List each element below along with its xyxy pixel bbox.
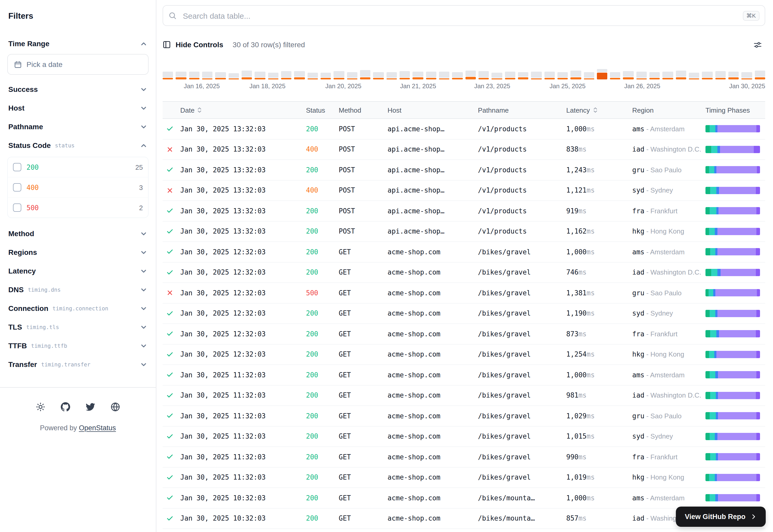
timeline-bar[interactable]: [570, 71, 581, 79]
timeline-bar[interactable]: [360, 70, 371, 79]
timeline-bar[interactable]: [518, 72, 528, 79]
theme-toggle-button[interactable]: [32, 398, 49, 416]
timeline-bar[interactable]: [162, 72, 173, 79]
table-row[interactable]: Jan 30, 2025 12:32:03200GETacme-shop.com…: [162, 262, 765, 283]
github-link-button[interactable]: [57, 398, 74, 416]
timeline-bar[interactable]: [334, 71, 344, 79]
filter-section-success[interactable]: Success: [7, 80, 148, 99]
timeline-bar[interactable]: [557, 72, 568, 79]
timeline-bar[interactable]: [663, 72, 673, 79]
view-github-repo-button[interactable]: View GitHub Repo: [676, 507, 766, 527]
column-header-date[interactable]: Date: [180, 106, 306, 114]
filter-section-connection[interactable]: Connectiontiming.connection: [7, 299, 148, 318]
filter-section-tls[interactable]: TLStiming.tls: [7, 318, 148, 336]
openstatus-link[interactable]: OpenStatus: [79, 424, 116, 432]
status-filter-option-500[interactable]: 5002: [8, 197, 148, 217]
table-row[interactable]: Jan 30, 2025 10:32:03200GETacme-shop.com…: [162, 508, 765, 529]
search-input[interactable]: [182, 11, 737, 21]
timeline-bar[interactable]: [281, 71, 292, 79]
timeline-bar[interactable]: [452, 72, 463, 79]
timeline-bar[interactable]: [215, 72, 226, 79]
status-filter-option-400[interactable]: 4003: [8, 177, 148, 197]
table-row[interactable]: Jan 30, 2025 11:32:03200GETacme-shop.com…: [162, 365, 765, 385]
table-row[interactable]: Jan 30, 2025 13:32:03400POSTapi.acme-sho…: [162, 139, 765, 160]
table-row[interactable]: Jan 30, 2025 10:32:03200GETacme-shop.com…: [162, 488, 765, 508]
table-row[interactable]: Jan 30, 2025 13:32:03200POSTapi.acme-sho…: [162, 221, 765, 242]
filter-section-latency[interactable]: Latency: [7, 262, 148, 280]
timeline-bar[interactable]: [755, 71, 765, 79]
timeline-bar[interactable]: [426, 72, 436, 79]
hide-controls-button[interactable]: Hide Controls: [162, 40, 224, 49]
timeline-bar[interactable]: [728, 72, 739, 79]
timeline-bar[interactable]: [347, 72, 357, 79]
table-row[interactable]: Jan 30, 2025 13:32:03200POSTapi.acme-sho…: [162, 119, 765, 139]
timeline-bar[interactable]: [386, 72, 397, 79]
table-row[interactable]: Jan 30, 2025 11:32:03200GETacme-shop.com…: [162, 406, 765, 426]
timeline-bar[interactable]: [544, 72, 555, 79]
timeline-bar[interactable]: [439, 72, 450, 79]
timeline-bar[interactable]: [399, 71, 410, 79]
cell-timing-phases: [706, 433, 765, 440]
table-row[interactable]: Jan 30, 2025 11:32:03200GETacme-shop.com…: [162, 447, 765, 467]
filter-section-pathname[interactable]: Pathname: [7, 117, 148, 136]
checkbox[interactable]: [13, 183, 21, 192]
table-row[interactable]: Jan 30, 2025 13:32:03200POSTapi.acme-sho…: [162, 160, 765, 180]
timeline-bar[interactable]: [610, 72, 621, 79]
timeline-bar[interactable]: [321, 73, 331, 79]
timeline-bar[interactable]: [189, 72, 200, 79]
timeline-bar[interactable]: [689, 73, 700, 79]
timeline-bar[interactable]: [649, 72, 660, 79]
twitter-link-button[interactable]: [81, 398, 99, 416]
timeline-bar[interactable]: [294, 71, 305, 79]
filter-section-time-range[interactable]: Time Range: [7, 34, 148, 53]
timeline-bar[interactable]: [478, 71, 489, 79]
filter-section-transfer[interactable]: Transfertiming.transfer: [7, 355, 148, 374]
status-filter-option-200[interactable]: 20025: [8, 157, 148, 177]
date-picker-button[interactable]: Pick a date: [7, 54, 148, 75]
timeline-bar[interactable]: [636, 72, 647, 79]
table-row[interactable]: Jan 30, 2025 12:32:03200GETacme-shop.com…: [162, 303, 765, 324]
timeline-bar[interactable]: [307, 73, 318, 79]
column-header-latency[interactable]: Latency: [566, 106, 632, 114]
timeline-bar[interactable]: [597, 69, 608, 79]
filter-section-status-code[interactable]: Status Codestatus: [7, 136, 148, 155]
timeline-bar[interactable]: [176, 72, 186, 79]
table-row[interactable]: Jan 30, 2025 11:32:03200GETacme-shop.com…: [162, 426, 765, 447]
filter-section-host[interactable]: Host: [7, 99, 148, 117]
timeline-bar[interactable]: [676, 71, 687, 79]
timeline-bar[interactable]: [715, 71, 726, 79]
table-row[interactable]: Jan 30, 2025 12:32:03200GETacme-shop.com…: [162, 242, 765, 262]
table-row[interactable]: Jan 30, 2025 12:32:03200GETacme-shop.com…: [162, 344, 765, 365]
checkbox[interactable]: [13, 203, 21, 212]
timeline-bar[interactable]: [742, 72, 752, 79]
table-row[interactable]: Jan 30, 2025 11:32:03200GETacme-shop.com…: [162, 385, 765, 406]
timeline-bar[interactable]: [412, 72, 423, 79]
timeline-bar[interactable]: [702, 72, 713, 79]
table-row[interactable]: Jan 30, 2025 10:32:03400GETacme-shop.com…: [162, 529, 765, 532]
timeline-bar[interactable]: [465, 71, 476, 79]
filter-section-ttfb[interactable]: TTFBtiming.ttfb: [7, 336, 148, 355]
timeline-bar[interactable]: [623, 71, 634, 79]
filter-section-dns[interactable]: DNStiming.dns: [7, 280, 148, 299]
timeline-bar[interactable]: [531, 72, 541, 79]
timeline-bar[interactable]: [268, 73, 279, 79]
timeline-bar[interactable]: [505, 72, 515, 79]
timeline-bar[interactable]: [228, 73, 239, 79]
table-row[interactable]: Jan 30, 2025 12:32:03200GETacme-shop.com…: [162, 324, 765, 344]
timeline-bar[interactable]: [373, 72, 384, 79]
filter-section-method[interactable]: Method: [7, 224, 148, 243]
filter-section-regions[interactable]: Regions: [7, 243, 148, 262]
table-row[interactable]: Jan 30, 2025 13:32:03200POSTapi.acme-sho…: [162, 201, 765, 221]
table-row[interactable]: Jan 30, 2025 13:32:03400POSTapi.acme-sho…: [162, 180, 765, 201]
timeline-bar[interactable]: [491, 73, 502, 79]
timeline-bar[interactable]: [242, 71, 252, 79]
website-link-button[interactable]: [106, 398, 124, 416]
timeline-bar[interactable]: [255, 72, 266, 79]
timeline-bar[interactable]: [584, 72, 594, 79]
view-options-button[interactable]: [750, 37, 765, 52]
check-icon: [166, 330, 173, 338]
timeline-bar[interactable]: [202, 72, 213, 79]
checkbox[interactable]: [13, 163, 21, 171]
table-row[interactable]: Jan 30, 2025 12:32:03500GETacme-shop.com…: [162, 283, 765, 303]
table-row[interactable]: Jan 30, 2025 11:32:03200GETacme-shop.com…: [162, 467, 765, 488]
